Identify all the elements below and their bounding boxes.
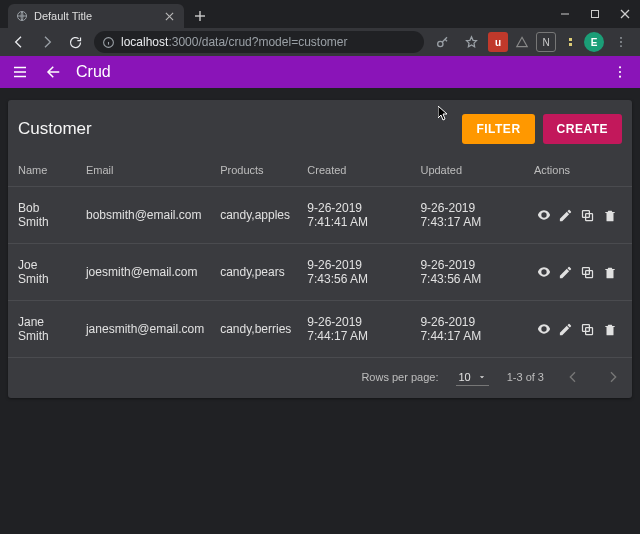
close-tab-icon[interactable]: [162, 9, 176, 23]
edit-icon[interactable]: [556, 319, 576, 339]
cell-name: Jane Smith: [8, 301, 78, 358]
table-row: Jane Smithjanesmith@email.comcandy,berri…: [8, 301, 632, 358]
copy-icon[interactable]: [578, 262, 598, 282]
svg-point-15: [620, 45, 622, 47]
appbar-title: Crud: [76, 63, 111, 81]
cell-name: Bob Smith: [8, 187, 78, 244]
table-row: Bob Smithbobsmith@email.comcandy,apples9…: [8, 187, 632, 244]
prev-page-button[interactable]: [562, 366, 584, 388]
svg-point-25: [543, 270, 546, 273]
globe-icon: [16, 10, 28, 22]
svg-point-21: [619, 76, 621, 78]
star-icon[interactable]: [458, 30, 484, 54]
cell-created: 9-26-2019 7:43:56 AM: [299, 244, 412, 301]
create-button[interactable]: CREATE: [543, 114, 622, 144]
delete-icon[interactable]: [600, 206, 620, 226]
delete-icon[interactable]: [600, 263, 620, 283]
close-window-button[interactable]: [610, 0, 640, 28]
page-heading: Customer: [18, 119, 92, 139]
back-arrow-icon[interactable]: [42, 60, 66, 84]
data-card: Customer FILTER CREATE Name Email Produc…: [8, 100, 632, 398]
next-page-button[interactable]: [602, 366, 624, 388]
card-header: Customer FILTER CREATE: [8, 100, 632, 154]
cell-created: 9-26-2019 7:44:17 AM: [299, 301, 412, 358]
reload-button[interactable]: [62, 30, 88, 54]
cell-updated: 9-26-2019 7:43:17 AM: [412, 187, 526, 244]
key-icon[interactable]: [430, 30, 456, 54]
cell-name: Joe Smith: [8, 244, 78, 301]
filter-button[interactable]: FILTER: [462, 114, 534, 144]
pagination-range: 1-3 of 3: [507, 371, 544, 383]
forward-button[interactable]: [34, 30, 60, 54]
app-bar: Crud: [0, 56, 640, 88]
rows-per-page-select[interactable]: 10: [456, 369, 488, 386]
cell-products: candy,berries: [212, 301, 299, 358]
delete-icon[interactable]: [600, 320, 620, 340]
browser-tab[interactable]: Default Title: [8, 4, 184, 28]
table-footer: Rows per page: 10 1-3 of 3: [8, 357, 632, 392]
edit-icon[interactable]: [556, 205, 576, 225]
col-actions: Actions: [526, 154, 632, 187]
extension-icons: u N E: [488, 30, 634, 54]
col-products[interactable]: Products: [212, 154, 299, 187]
cell-email: janesmith@email.com: [78, 301, 212, 358]
col-email[interactable]: Email: [78, 154, 212, 187]
extension-triangle-icon[interactable]: [512, 32, 532, 52]
omnibox[interactable]: localhost:3000/data/crud?model=customer: [94, 31, 424, 53]
table-header-row: Name Email Products Created Updated Acti…: [8, 154, 632, 187]
copy-icon[interactable]: [578, 319, 598, 339]
cell-email: joesmith@email.com: [78, 244, 212, 301]
rows-per-page-value: 10: [458, 371, 470, 383]
url-text: localhost:3000/data/crud?model=customer: [121, 35, 347, 49]
col-created[interactable]: Created: [299, 154, 412, 187]
cell-updated: 9-26-2019 7:44:17 AM: [412, 301, 526, 358]
col-name[interactable]: Name: [8, 154, 78, 187]
data-table: Name Email Products Created Updated Acti…: [8, 154, 632, 357]
tab-title: Default Title: [34, 10, 156, 22]
view-icon[interactable]: [534, 319, 554, 339]
cell-actions: [526, 301, 632, 358]
view-icon[interactable]: [534, 205, 554, 225]
col-updated[interactable]: Updated: [412, 154, 526, 187]
svg-point-14: [620, 41, 622, 43]
extension-dots-icon[interactable]: [560, 32, 580, 52]
extension-n-icon[interactable]: N: [536, 32, 556, 52]
cell-updated: 9-26-2019 7:43:56 AM: [412, 244, 526, 301]
chevron-down-icon: [477, 372, 487, 382]
svg-point-19: [619, 66, 621, 68]
cell-products: candy,apples: [212, 187, 299, 244]
maximize-button[interactable]: [580, 0, 610, 28]
address-bar-row: localhost:3000/data/crud?model=customer …: [0, 28, 640, 56]
minimize-button[interactable]: [550, 0, 580, 28]
svg-point-12: [438, 41, 443, 46]
rows-per-page-label: Rows per page:: [361, 371, 438, 383]
cell-actions: [526, 187, 632, 244]
svg-point-20: [619, 71, 621, 73]
view-icon[interactable]: [534, 262, 554, 282]
browser-menu-button[interactable]: [608, 30, 634, 54]
window-controls: [550, 0, 640, 28]
more-vert-icon[interactable]: [608, 60, 632, 84]
svg-point-22: [543, 213, 546, 216]
copy-icon[interactable]: [578, 205, 598, 225]
back-button[interactable]: [6, 30, 32, 54]
cell-actions: [526, 244, 632, 301]
new-tab-button[interactable]: [188, 4, 212, 28]
profile-avatar-icon[interactable]: E: [584, 32, 604, 52]
extension-ublock-icon[interactable]: u: [488, 32, 508, 52]
svg-rect-1: [592, 11, 599, 18]
site-info-icon[interactable]: [102, 36, 115, 49]
cell-email: bobsmith@email.com: [78, 187, 212, 244]
cell-products: candy,pears: [212, 244, 299, 301]
svg-point-13: [620, 37, 622, 39]
edit-icon[interactable]: [556, 262, 576, 282]
tab-strip: Default Title: [0, 0, 640, 28]
svg-point-28: [543, 327, 546, 330]
hamburger-menu-icon[interactable]: [8, 60, 32, 84]
table-row: Joe Smithjoesmith@email.comcandy,pears9-…: [8, 244, 632, 301]
cell-created: 9-26-2019 7:41:41 AM: [299, 187, 412, 244]
